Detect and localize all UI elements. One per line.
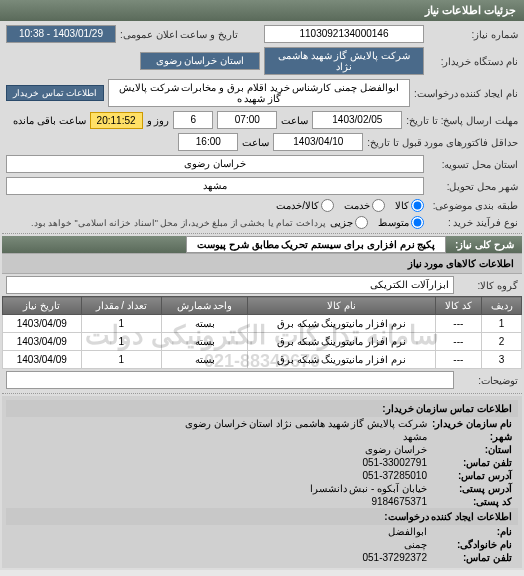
buyer-field-2: استان خراسان رضوی (140, 52, 260, 70)
org-phone-label: تلفن تماس: (427, 457, 512, 468)
requester-field: ابوالفضل چمنی کارشناس خرید اقلام برق و م… (108, 79, 410, 107)
need-no-field: 1103092134000146 (264, 25, 424, 43)
org-addr-label: آدرس تماس: (427, 470, 512, 481)
org-contact-title: اطلاعات تماس سازمان خریدار: (6, 400, 518, 417)
factor-label: حداقل فاکتورهای مورد قبول تا تاریخ: (367, 137, 518, 148)
fname-label: نام: (427, 526, 512, 537)
cell-qty: 1 (81, 315, 161, 333)
desc-label: شرح کلی نیاز: (455, 239, 514, 250)
col-unit: واحد شمارش (161, 297, 247, 315)
cell-code: --- (435, 351, 481, 369)
remain-label: ساعت باقی مانده (13, 115, 86, 126)
cell-code: --- (435, 315, 481, 333)
radio-minor[interactable]: جزیی (330, 216, 368, 229)
cell-unit: بسته (161, 351, 247, 369)
cell-qty: 1 (81, 351, 161, 369)
class-label: طبقه بندی موضوعی: (428, 200, 518, 211)
city-label: شهر محل تحویل: (428, 181, 518, 192)
cell-unit: بسته (161, 333, 247, 351)
creator-title: اطلاعات ایجاد کننده درخواست: (6, 508, 518, 525)
table-row[interactable]: 1---نرم افزار مانیتورینگ شبکه برقبسته114… (3, 315, 522, 333)
item-desc-field (6, 371, 454, 389)
process-radio-group: متوسط جزیی (330, 216, 424, 229)
cell-unit: بسته (161, 315, 247, 333)
org-city-label: شهر: (427, 431, 512, 442)
items-section-title: اطلاعات کالاهای مورد نیاز (2, 253, 522, 274)
desc-value: پکیج نرم افزاری برای سیستم تحریک مطابق ش… (186, 236, 446, 253)
requester-label: نام ایجاد کننده درخواست: (414, 88, 518, 99)
items-table: ردیف کد کالا نام کالا واحد شمارش تعداد /… (2, 296, 522, 369)
lname: چمنی (404, 539, 427, 550)
lname-label: نام خانوادگی: (427, 539, 512, 550)
radio-medium[interactable]: متوسط (378, 216, 424, 229)
radio-kala[interactable]: کالا (395, 199, 424, 212)
city-field: مشهد (6, 177, 424, 195)
class-radio-group: کالا خدمت کالا/خدمت (276, 199, 424, 212)
creator-phone-label: تلفن تماس: (427, 552, 512, 563)
cell-date: 1403/04/09 (3, 315, 82, 333)
remain-days-label: روز و (147, 115, 170, 126)
buyer-label: نام دستگاه خریدار: (428, 56, 518, 67)
col-idx: ردیف (482, 297, 522, 315)
remain-days: 6 (173, 111, 213, 129)
org-postaddr: خیابان آبکوه - نبش دانشسرا (310, 483, 427, 494)
cell-idx: 1 (482, 315, 522, 333)
buyer-contact-button[interactable]: اطلاعات تماس خریدار (6, 85, 104, 101)
province-field: خراسان رضوی (6, 155, 424, 173)
fname: ابوالفضل (388, 526, 427, 537)
group-field: ابزارآلات الکتریکی (6, 276, 454, 294)
cell-idx: 3 (482, 351, 522, 369)
buyer-field-1: شرکت پالایش گاز شهید هاشمی نژاد (264, 47, 424, 75)
deadline-time: 07:00 (217, 111, 277, 129)
cell-name: نرم افزار مانیتورینگ شبکه برق (248, 315, 435, 333)
col-qty: تعداد / مقدار (81, 297, 161, 315)
org-name-label: نام سازمان خریدار: (427, 418, 512, 429)
cell-qty: 1 (81, 333, 161, 351)
countdown-timer: 20:11:52 (90, 112, 143, 129)
need-no-label: شماره نیاز: (428, 29, 518, 40)
cell-idx: 2 (482, 333, 522, 351)
table-row[interactable]: 3---نرم افزار مانیتورینگ شبکه برقبسته114… (3, 351, 522, 369)
col-code: کد کالا (435, 297, 481, 315)
cell-code: --- (435, 333, 481, 351)
creator-phone: 051-37292372 (362, 552, 427, 563)
col-name: نام کالا (248, 297, 435, 315)
announce-label: تاریخ و ساعت اعلان عمومی: (120, 29, 238, 40)
factor-time: 16:00 (178, 133, 238, 151)
deadline-date: 1403/02/05 (312, 111, 402, 129)
org-postaddr-label: آدرس پستی: (427, 483, 512, 494)
cell-name: نرم افزار مانیتورینگ شبکه برق (248, 351, 435, 369)
group-label: گروه کالا: (458, 280, 518, 291)
table-row[interactable]: 2---نرم افزار مانیتورینگ شبکه برقبسته114… (3, 333, 522, 351)
org-addr: 051-37285010 (362, 470, 427, 481)
time-label: ساعت (281, 115, 308, 126)
org-city: مشهد (403, 431, 427, 442)
org-phone: 051-33002791 (362, 457, 427, 468)
process-label: نوع فرآیند خرید : (428, 217, 518, 228)
province-label: استان محل تسویه: (428, 159, 518, 170)
process-note: پرداخت تمام یا بخشی از مبلغ خرید،از محل … (31, 218, 326, 228)
radio-both[interactable]: کالا/خدمت (276, 199, 334, 212)
org-name: شرکت پالایش گاز شهید هاشمی نژاد استان خر… (185, 418, 427, 429)
radio-khedmat[interactable]: خدمت (344, 199, 385, 212)
deadline-label: مهلت ارسال پاسخ: تا تاریخ: (406, 115, 518, 126)
cell-date: 1403/04/09 (3, 333, 82, 351)
factor-date: 1403/04/10 (273, 133, 363, 151)
factor-time-label: ساعت (242, 137, 269, 148)
item-desc-label: توضیحات: (458, 375, 518, 386)
org-postcode-label: کد پستی: (427, 496, 512, 507)
tab-title: جزئیات اطلاعات نیاز (0, 0, 524, 21)
org-province-label: استان: (427, 444, 512, 455)
org-province: خراسان رضوی (365, 444, 427, 455)
cell-date: 1403/04/09 (3, 351, 82, 369)
col-date: تاریخ نیاز (3, 297, 82, 315)
org-postcode: 9184675371 (371, 496, 427, 507)
announce-value: 1403/01/29 - 10:38 (6, 25, 116, 43)
cell-name: نرم افزار مانیتورینگ شبکه برق (248, 333, 435, 351)
